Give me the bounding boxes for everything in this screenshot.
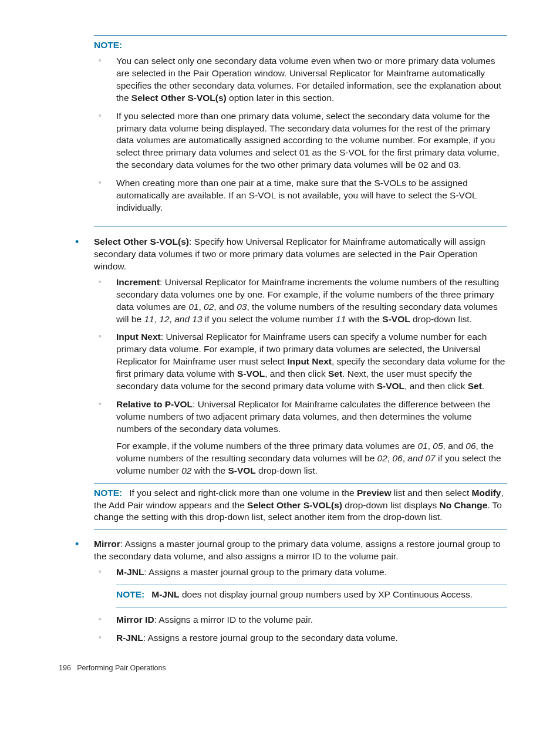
mirror-cont-li: . Mirror ID: Assigns a mirror ID to the … [59, 612, 507, 644]
select-other-sublist: Increment: Universal Replicator for Main… [94, 276, 507, 477]
sub-relative-pvol: Relative to P-VOL: Universal Replicator … [94, 399, 507, 477]
main-bullet-list: Select Other S-VOL(s): Specify how Unive… [59, 236, 507, 477]
note-box-mjnl: NOTE:M-JNL does not display journal grou… [116, 585, 507, 607]
mirror-sublist: M-JNL: Assigns a master journal group to… [94, 566, 507, 579]
page-content: NOTE: You can select only one secondary … [0, 0, 560, 697]
note2-label: NOTE: [94, 488, 129, 498]
mirror-bullet: Mirror: Assigns a master journal group t… [59, 538, 507, 579]
note1-item-2: When creating more than one pair at a ti… [94, 177, 507, 214]
mirror-sublist-2: Mirror ID: Assigns a mirror ID to the vo… [94, 614, 507, 644]
relative-pvol-example: For example, if the volume numbers of th… [116, 440, 507, 477]
sub-increment: Increment: Universal Replicator for Main… [94, 276, 507, 326]
label-select-other-svol: Select Other S-VOL(s) [94, 237, 189, 247]
label-mirror: Mirror [94, 539, 120, 549]
bullet-select-other-svol: Select Other S-VOL(s): Specify how Unive… [59, 236, 507, 477]
note1-item-0: You can select only one secondary data v… [94, 55, 507, 104]
sub-mirror-id: Mirror ID: Assigns a mirror ID to the vo… [94, 614, 507, 626]
page-number: 196 [59, 664, 71, 672]
sub-input-next: Input Next: Universal Replicator for Mai… [94, 331, 507, 393]
note1-list: You can select only one secondary data v… [94, 55, 507, 214]
sub-mjnl: M-JNL: Assigns a master journal group to… [94, 566, 507, 579]
note1-item-1: If you selected more than one primary da… [94, 110, 507, 172]
note-box-2: NOTE:If you select and right-click more … [94, 483, 507, 531]
page-footer: 196 Performing Pair Operations [59, 663, 507, 673]
mjnl-note-label: NOTE: [116, 589, 151, 599]
bullet-mirror: Mirror: Assigns a master journal group t… [59, 538, 507, 579]
note-heading: NOTE: [94, 39, 507, 52]
footer-title: Performing Pair Operations [77, 664, 166, 672]
sub-rjnl: R-JNL: Assigns a restore journal group t… [94, 632, 507, 644]
mirror-bullet-cont: . Mirror ID: Assigns a mirror ID to the … [59, 612, 507, 644]
note-box-1: NOTE: You can select only one secondary … [94, 35, 507, 227]
